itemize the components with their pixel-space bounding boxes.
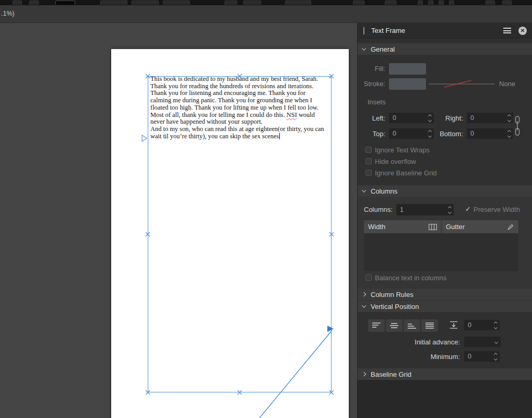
initial-advance-label: Initial advance:	[379, 338, 460, 346]
align-top-button[interactable]	[368, 319, 385, 332]
zoom-level-text: .1%)	[1, 10, 15, 17]
first-baseline-offset-icon	[450, 321, 458, 329]
context-toolbar: .1%)	[0, 5, 532, 23]
panel-header: Text Frame ✕	[358, 23, 532, 39]
align-middle-icon	[389, 322, 399, 329]
toolbar-button-fragment[interactable]	[385, 1, 396, 5]
toolbar-button-fragment[interactable]	[449, 1, 454, 5]
toolbar-button-fragment[interactable]	[502, 1, 512, 5]
columns-table: Width Gutter	[364, 220, 518, 271]
toolbar-button-fragment[interactable]	[486, 1, 495, 5]
column-width-icon	[429, 224, 437, 230]
selection-overlay[interactable]	[0, 23, 357, 418]
toolbar-button-fragment[interactable]	[55, 1, 75, 5]
section-columns[interactable]: Columns	[358, 185, 532, 197]
section-baseline-grid[interactable]: Baseline Grid	[358, 368, 532, 380]
chevron-down-icon	[362, 46, 366, 50]
document-canvas[interactable]: This book is dedicated to my husband and…	[0, 23, 357, 418]
gutter-column-header[interactable]: Gutter	[442, 220, 518, 233]
stepper-arrows[interactable]	[446, 204, 454, 216]
insets-label: Insets	[368, 98, 394, 106]
stepper-arrows[interactable]	[492, 351, 500, 362]
stepper-arrows[interactable]	[426, 113, 434, 123]
text-frame-border	[148, 77, 332, 392]
toolbar-button-fragment[interactable]	[428, 1, 433, 5]
toolbar-field-fragment[interactable]	[100, 1, 127, 5]
width-column-header[interactable]: Width	[364, 220, 442, 233]
inset-top-value: 0	[389, 130, 426, 137]
section-vertical-position[interactable]: Vertical Position	[358, 301, 532, 312]
main-toolbar	[0, 0, 532, 5]
toolbar-button-fragment[interactable]	[353, 1, 364, 5]
align-bottom-button[interactable]	[404, 319, 420, 332]
panel-close-icon[interactable]: ✕	[518, 27, 527, 35]
stroke-style-preview[interactable]	[429, 78, 494, 90]
vertical-offset-value: 0	[464, 321, 492, 329]
pencil-icon	[507, 223, 514, 231]
inset-bottom-label: Bottom:	[425, 130, 463, 138]
columns-count-label: Columns:	[364, 206, 394, 213]
toolbar-button-fragment[interactable]	[224, 1, 237, 5]
justify-vertical-icon	[425, 322, 434, 329]
toolbar-field-fragment[interactable]	[243, 1, 261, 5]
ignore-text-wraps-label: Ignore Text Wraps	[375, 146, 430, 154]
chevron-down-icon	[362, 303, 366, 307]
initial-advance-dropdown[interactable]	[464, 337, 501, 347]
toolbar-field-fragment[interactable]	[163, 1, 190, 5]
inset-right-value: 0	[467, 114, 505, 122]
preserve-width-label[interactable]: Preserve Width	[474, 206, 520, 213]
section-label: Vertical Position	[371, 303, 419, 310]
inset-bottom-input[interactable]: 0	[467, 128, 513, 139]
chevron-down-icon	[494, 340, 498, 343]
vertical-offset-input[interactable]: 0	[464, 320, 500, 330]
toolbar-button-fragment[interactable]	[418, 1, 423, 5]
fill-label: Fill:	[358, 65, 385, 73]
hide-overflow-label: Hide overflow	[375, 158, 416, 165]
section-label: Column Rules	[371, 291, 413, 298]
stepper-arrows[interactable]	[505, 113, 513, 123]
hide-overflow-checkbox[interactable]	[365, 158, 372, 164]
stroke-none-value: None	[499, 80, 515, 88]
align-bottom-icon	[407, 322, 417, 329]
section-general[interactable]: General	[358, 43, 532, 55]
ignore-baseline-grid-checkbox[interactable]	[365, 170, 372, 176]
columns-table-header: Width Gutter	[364, 220, 518, 233]
checkmark-icon: ✓	[465, 205, 471, 213]
stepper-arrows[interactable]	[505, 128, 513, 139]
justify-vertical-button[interactable]	[421, 319, 438, 332]
toolbar-button-fragment[interactable]	[13, 1, 22, 5]
selection-handles	[146, 74, 334, 395]
section-column-rules[interactable]: Column Rules	[358, 289, 532, 300]
toolbar-field-fragment[interactable]	[285, 1, 311, 5]
panel-menu-icon[interactable]	[503, 28, 511, 35]
text-inport-triangle	[142, 135, 147, 141]
text-frame-panel: Text Frame ✕ General Fill: Stroke: None …	[357, 23, 532, 418]
application-window: .1%) This book is dedicated to my husban…	[0, 0, 532, 418]
toolbar-field-fragment[interactable]	[132, 1, 159, 5]
minimum-input[interactable]: 0	[464, 351, 500, 362]
text-flow-line	[259, 330, 332, 418]
stepper-arrows[interactable]	[492, 320, 500, 330]
section-label: General	[371, 45, 395, 53]
stroke-swatch[interactable]	[389, 78, 426, 90]
chevron-right-icon	[362, 292, 366, 296]
inset-top-label: Top:	[358, 130, 385, 138]
panel-drag-handle[interactable]	[363, 27, 364, 34]
balance-text-checkbox[interactable]	[365, 274, 372, 281]
toolbar-button-fragment[interactable]	[29, 1, 39, 5]
inset-right-input[interactable]: 0	[467, 113, 513, 123]
toolbar-button-fragment[interactable]	[439, 1, 444, 5]
link-insets-icon[interactable]	[514, 116, 521, 136]
columns-count-input[interactable]: 1	[396, 204, 454, 216]
minimum-label: Minimum:	[379, 353, 460, 361]
ignore-baseline-grid-label: Ignore Baseline Grid	[375, 169, 437, 177]
fill-swatch[interactable]	[389, 63, 426, 75]
section-label: Baseline Grid	[371, 371, 411, 378]
stroke-label: Stroke:	[358, 80, 385, 88]
align-middle-button[interactable]	[386, 319, 403, 332]
chevron-down-icon	[362, 188, 366, 192]
inset-left-input[interactable]: 0	[389, 113, 434, 123]
inset-right-label: Right:	[434, 114, 463, 122]
ignore-text-wraps-checkbox[interactable]	[365, 147, 372, 153]
chevron-right-icon	[362, 372, 366, 376]
